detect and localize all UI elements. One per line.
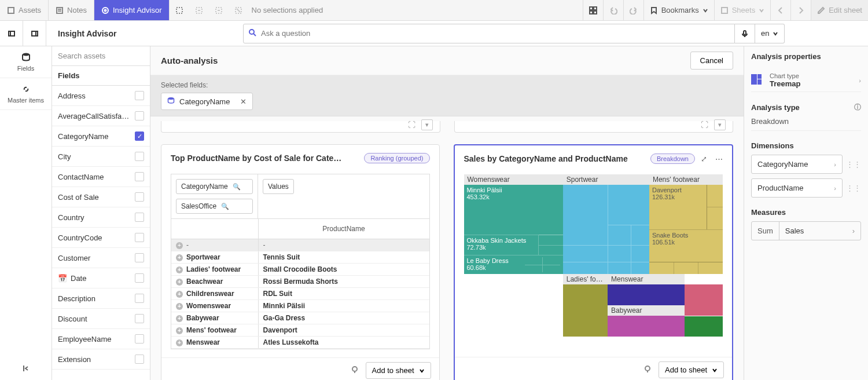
mic-button[interactable] [735, 24, 755, 43]
next-sheet-icon[interactable] [790, 0, 811, 20]
field-row[interactable]: Extension [52, 349, 150, 370]
field-checkbox[interactable]: ✓ [135, 131, 144, 141]
field-row[interactable]: Address [52, 86, 150, 106]
chart-type-row[interactable]: Chart typeTreemap › [751, 69, 861, 92]
fields-search[interactable]: Search assets [52, 46, 150, 66]
expand-icon[interactable]: + [176, 327, 183, 334]
grid-icon[interactable] [583, 0, 603, 20]
expand-icon[interactable]: + [176, 266, 183, 273]
undo-icon[interactable] [603, 0, 623, 20]
step-back-icon[interactable] [189, 0, 209, 20]
tm-block-davenport[interactable]: Davenport126.31k [649, 185, 723, 229]
field-row[interactable]: 📅Date [52, 268, 150, 288]
field-row[interactable]: EmployeeName [52, 329, 150, 349]
expand-icon[interactable]: + [176, 303, 183, 310]
salesoffice-filter[interactable]: SalesOffice🔍 [176, 199, 253, 214]
table-row[interactable]: +WomenswearMinnki Pälsii [171, 300, 429, 312]
field-row[interactable]: AverageCallSatisfac… [52, 106, 150, 126]
field-row[interactable]: Customer [52, 248, 150, 268]
tm-block-snake[interactable]: Snake Boots106.51k [649, 229, 723, 275]
more-icon[interactable]: ⋯ [715, 155, 723, 163]
measure-agg[interactable]: Sum [752, 222, 779, 240]
field-checkbox[interactable] [135, 213, 144, 222]
chip-close-icon[interactable]: ✕ [240, 97, 247, 106]
field-checkbox[interactable] [135, 294, 144, 303]
collapse-strip-icon[interactable] [22, 364, 30, 374]
expand-icon[interactable]: + [176, 315, 183, 322]
expand-icon[interactable]: + [176, 254, 183, 261]
cancel-button[interactable]: Cancel [690, 52, 733, 70]
explore-icon[interactable] [643, 365, 652, 375]
drag-handle-icon[interactable]: ⋮⋮ [846, 184, 861, 192]
expand-icon[interactable]: + [176, 291, 183, 298]
field-row[interactable]: Country [52, 207, 150, 228]
explore-icon[interactable]: ⛶ [701, 120, 708, 129]
table-row[interactable]: +MenswearAtles Lussekofta [171, 337, 429, 349]
field-checkbox[interactable] [135, 355, 144, 364]
search-input[interactable] [261, 29, 730, 38]
field-row[interactable]: CountryCode [52, 228, 150, 248]
explore-icon[interactable] [351, 366, 359, 375]
categoryname-filter[interactable]: CategoryName🔍 [176, 179, 253, 194]
expand-icon[interactable]: + [176, 242, 183, 249]
edit-sheet-button[interactable]: Edit sheet [811, 0, 868, 20]
field-checkbox[interactable] [135, 91, 144, 100]
field-row[interactable]: ContactName [52, 167, 150, 187]
table-row[interactable]: +Ladies' footwearSmall Crocodile Boots [171, 264, 429, 276]
field-checkbox[interactable] [135, 273, 144, 283]
selection-tool-icon[interactable] [170, 0, 189, 20]
table-row[interactable]: +BabywearGa-Ga Dress [171, 312, 429, 324]
sheets-button[interactable]: Sheets [714, 0, 770, 20]
expand-icon[interactable]: + [176, 279, 183, 286]
table-row[interactable]: +-- [171, 239, 429, 251]
add-sheet-stub[interactable]: ▾ [714, 119, 726, 130]
fullscreen-icon[interactable]: ⤢ [701, 155, 707, 163]
dimension-categoryname[interactable]: CategoryName› [751, 155, 843, 174]
values-toggle[interactable]: Values [263, 179, 294, 194]
field-checkbox[interactable] [135, 334, 144, 344]
search-box[interactable] [243, 24, 735, 43]
field-row[interactable]: Description [52, 288, 150, 309]
treemap-card[interactable]: Sales by CategoryName and ProductName Br… [454, 144, 734, 380]
master-items-nav[interactable]: Master items [0, 78, 52, 110]
add-sheet-stub[interactable]: ▾ [421, 119, 433, 130]
field-row[interactable]: Discount [52, 309, 150, 329]
field-checkbox[interactable] [135, 152, 144, 161]
selected-field-chip[interactable]: CategoryName ✕ [161, 93, 253, 110]
table-row[interactable]: +ChildrenswearRDL Suit [171, 288, 429, 300]
panel-left-icon[interactable] [0, 21, 23, 46]
table-row[interactable]: +BeachwearRossi Bermuda Shorts [171, 276, 429, 288]
table-row[interactable]: +Mens' footwearDavenport [171, 324, 429, 337]
field-checkbox[interactable] [135, 233, 144, 242]
field-checkbox[interactable] [135, 172, 144, 181]
language-button[interactable]: en [755, 24, 785, 43]
expand-icon[interactable]: + [176, 339, 183, 346]
drag-handle-icon[interactable]: ⋮⋮ [846, 160, 861, 169]
field-row[interactable]: City [52, 147, 150, 167]
treemap-viz[interactable]: Womenswear Minnki Pälsii453.32k Okkaba S… [464, 174, 723, 337]
field-row[interactable]: Cost of Sale [52, 187, 150, 207]
add-to-sheet-button[interactable]: Add to sheet [366, 362, 431, 379]
field-checkbox[interactable] [135, 253, 144, 262]
field-checkbox[interactable] [135, 314, 144, 323]
step-fwd-icon[interactable] [209, 0, 229, 20]
assets-tab[interactable]: Assets [0, 0, 49, 20]
notes-tab[interactable]: Notes [49, 0, 94, 20]
measure-sales[interactable]: Sum Sales› [751, 221, 861, 240]
dimension-productname[interactable]: ProductName› [751, 178, 843, 198]
bookmarks-button[interactable]: Bookmarks [643, 0, 714, 20]
field-checkbox[interactable] [135, 192, 144, 202]
table-row[interactable]: +SportwearTennis Suit [171, 251, 429, 264]
field-checkbox[interactable] [135, 111, 144, 120]
field-row[interactable]: CategoryName ✓ [52, 126, 150, 147]
tm-block-lebaby[interactable]: Le Baby Dress60.68k [467, 257, 525, 272]
help-icon[interactable]: ⓘ [854, 103, 861, 112]
tm-block-okkaba[interactable]: Okkaba Skin Jackets72.73k [464, 235, 539, 255]
explore-icon[interactable]: ⛶ [408, 120, 415, 129]
insight-advisor-tab[interactable]: Insight Advisor [94, 0, 170, 20]
prev-sheet-icon[interactable] [770, 0, 790, 20]
panel-right-icon[interactable] [23, 21, 46, 46]
add-to-sheet-button[interactable]: Add to sheet [659, 361, 724, 378]
clear-sel-icon[interactable] [229, 0, 248, 20]
redo-icon[interactable] [623, 0, 643, 20]
